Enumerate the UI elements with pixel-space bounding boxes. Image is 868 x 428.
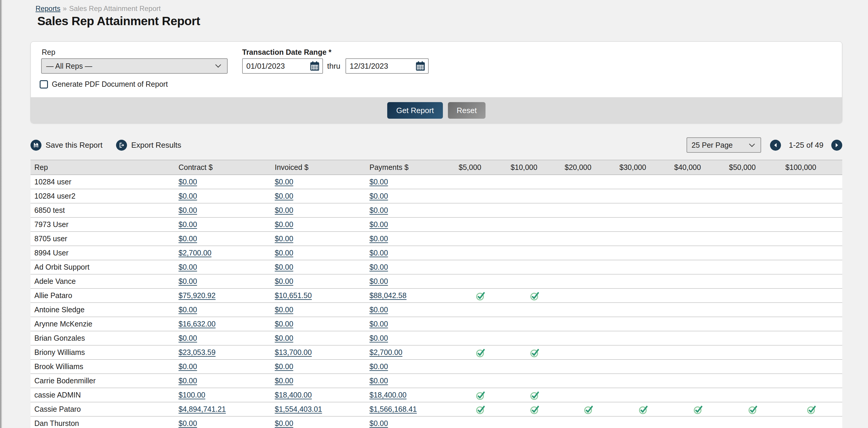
attainment-100000-cell [780, 175, 842, 189]
rep-name-cell: 10284 user [30, 175, 175, 189]
attainment-20000-cell [561, 303, 616, 317]
contract-amount-link[interactable]: $0.00 [179, 192, 197, 200]
invoiced-amount-link[interactable]: $0.00 [275, 235, 293, 243]
contract-amount-link[interactable]: $0.00 [179, 220, 197, 228]
next-page-button[interactable] [831, 140, 842, 151]
payments-amount-link[interactable]: $0.00 [369, 192, 388, 200]
get-report-button[interactable]: Get Report [387, 102, 443, 119]
contract-amount-link[interactable]: $2,700.00 [179, 249, 211, 257]
payments-amount-link[interactable]: $88,042.58 [369, 291, 406, 300]
contract-amount-link[interactable]: $4,894,741.21 [179, 405, 226, 413]
thru-label: thru [327, 58, 340, 74]
payments-amount-link[interactable]: $0.00 [369, 376, 388, 385]
invoiced-amount-link[interactable]: $13,700.00 [275, 348, 312, 356]
date-to-value: 12/31/2023 [350, 62, 388, 71]
filter-panel: Rep — All Reps — Transaction Date Range … [30, 41, 842, 123]
invoiced-amount-link[interactable]: $0.00 [275, 419, 293, 427]
per-page-select[interactable]: 25 Per Page [686, 137, 761, 153]
arrow-right-icon [835, 143, 839, 148]
payments-amount-link[interactable]: $0.00 [369, 320, 388, 328]
invoiced-amount-link[interactable]: $0.00 [275, 192, 293, 200]
calendar-icon[interactable] [415, 61, 426, 71]
save-report-link[interactable]: Save this Report [30, 140, 102, 151]
contract-amount-link[interactable]: $0.00 [179, 376, 197, 385]
payments-amount-link[interactable]: $2,700.00 [369, 348, 402, 356]
payments-cell: $0.00 [366, 360, 453, 374]
rep-name-cell: Brook Williams [30, 360, 175, 374]
invoiced-amount-link[interactable]: $18,400.00 [275, 391, 312, 399]
attainment-30000-cell [616, 360, 671, 374]
rep-select[interactable]: — All Reps — [41, 58, 228, 74]
contract-amount-link[interactable]: $16,632.00 [179, 320, 216, 328]
contract-amount-link[interactable]: $0.00 [179, 206, 197, 214]
prev-page-button[interactable] [770, 140, 781, 151]
contract-amount-link[interactable]: $23,053.59 [179, 348, 216, 356]
invoiced-amount-link[interactable]: $0.00 [275, 334, 293, 342]
attainment-40000-cell [671, 246, 725, 260]
generate-pdf-option[interactable]: Generate PDF Document of Report [40, 80, 168, 89]
contract-amount-link[interactable]: $0.00 [179, 178, 197, 186]
contract-amount-link[interactable]: $0.00 [179, 305, 197, 314]
attainment-40000-cell [671, 374, 725, 388]
payments-amount-link[interactable]: $0.00 [369, 263, 388, 271]
attainment-30000-cell [616, 402, 671, 417]
payments-amount-link[interactable]: $0.00 [369, 220, 388, 228]
invoiced-cell: $0.00 [271, 274, 366, 288]
contract-amount-link[interactable]: $75,920.92 [179, 291, 216, 300]
invoiced-amount-link[interactable]: $0.00 [275, 362, 293, 371]
rep-name-cell: Allie Pataro [30, 288, 175, 303]
payments-amount-link[interactable]: $18,400.00 [369, 391, 406, 399]
payments-amount-link[interactable]: $0.00 [369, 305, 388, 314]
payments-amount-link[interactable]: $1,566,168.41 [369, 405, 417, 413]
invoiced-amount-link[interactable]: $0.00 [275, 178, 293, 186]
rep-name-cell: Adele Vance [30, 274, 175, 288]
attainment-5000-cell [453, 374, 508, 388]
attained-check-icon [530, 390, 539, 400]
reset-button[interactable]: Reset [448, 102, 486, 119]
contract-cell: $23,053.59 [175, 345, 271, 360]
payments-amount-link[interactable]: $0.00 [369, 334, 388, 342]
payments-amount-link[interactable]: $0.00 [369, 362, 388, 371]
invoiced-amount-link[interactable]: $0.00 [275, 249, 293, 257]
col-header-contract: Contract $ [175, 160, 271, 175]
contract-amount-link[interactable]: $100.00 [179, 391, 205, 399]
attainment-5000-cell [453, 388, 508, 402]
invoiced-amount-link[interactable]: $10,651.50 [275, 291, 312, 300]
invoiced-amount-link[interactable]: $0.00 [275, 263, 293, 271]
table-header: Rep Contract $ Invoiced $ Payments $ $5,… [30, 160, 842, 175]
contract-cell: $0.00 [175, 175, 271, 189]
invoiced-amount-link[interactable]: $0.00 [275, 320, 293, 328]
payments-amount-link[interactable]: $0.00 [369, 206, 388, 214]
contract-amount-link[interactable]: $0.00 [179, 263, 197, 271]
attainment-100000-cell [780, 374, 842, 388]
export-results-link[interactable]: Export Results [116, 140, 181, 151]
invoiced-cell: $1,554,403.01 [271, 402, 366, 417]
breadcrumb-reports-link[interactable]: Reports [35, 4, 60, 12]
invoiced-amount-link[interactable]: $0.00 [275, 305, 293, 314]
contract-amount-link[interactable]: $0.00 [179, 235, 197, 243]
payments-amount-link[interactable]: $0.00 [369, 419, 388, 427]
page-title: Sales Rep Attainment Report [37, 14, 200, 28]
contract-amount-link[interactable]: $0.00 [179, 362, 197, 371]
contract-amount-link[interactable]: $0.00 [179, 277, 197, 285]
invoiced-amount-link[interactable]: $0.00 [275, 206, 293, 214]
contract-amount-link[interactable]: $0.00 [179, 419, 197, 427]
invoiced-amount-link[interactable]: $1,554,403.01 [275, 405, 322, 413]
payments-amount-link[interactable]: $0.00 [369, 249, 388, 257]
payments-amount-link[interactable]: $0.00 [369, 178, 388, 186]
payments-amount-link[interactable]: $0.00 [369, 235, 388, 243]
attainment-100000-cell [780, 402, 842, 417]
invoiced-amount-link[interactable]: $0.00 [275, 220, 293, 228]
invoiced-cell: $0.00 [271, 331, 366, 345]
date-from-input[interactable]: 01/01/2023 [242, 58, 323, 74]
contract-cell: $0.00 [175, 303, 271, 317]
attainment-30000-cell [616, 388, 671, 402]
export-icon [116, 140, 127, 151]
generate-pdf-checkbox[interactable] [40, 80, 48, 89]
calendar-icon[interactable] [310, 61, 320, 71]
invoiced-amount-link[interactable]: $0.00 [275, 277, 293, 285]
payments-amount-link[interactable]: $0.00 [369, 277, 388, 285]
date-to-input[interactable]: 12/31/2023 [345, 58, 429, 74]
contract-amount-link[interactable]: $0.00 [179, 334, 197, 342]
invoiced-amount-link[interactable]: $0.00 [275, 376, 293, 385]
